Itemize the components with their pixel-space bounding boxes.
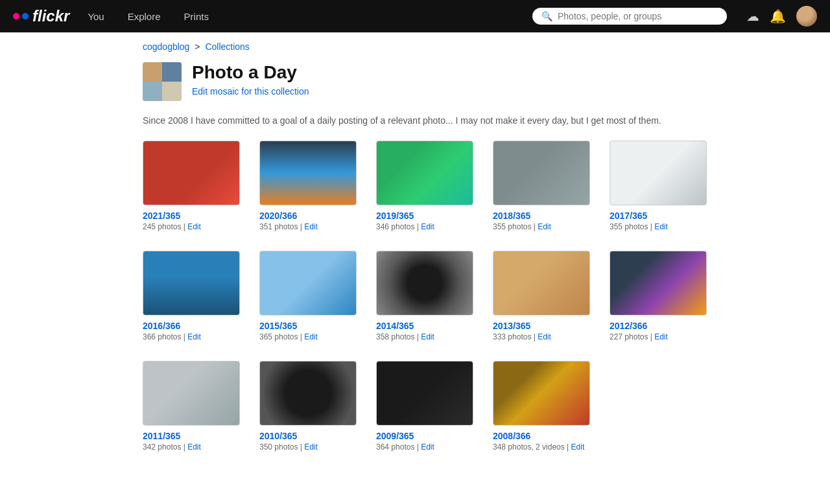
album-title-link[interactable]: 2018/365 (493, 211, 597, 221)
album-meta: 366 photos | Edit (143, 332, 246, 341)
album-edit-link[interactable]: Edit (538, 332, 551, 341)
album-title-link[interactable]: 2017/365 (610, 211, 713, 221)
album-edit-link[interactable]: Edit (571, 442, 585, 452)
album-photo-count: 245 photos (143, 222, 181, 231)
album-photo-count: 227 photos (610, 332, 648, 341)
albums-row-2: 2016/366 366 photos | Edit 2015/365 365 … (143, 251, 817, 341)
list-item: 2014/365 358 photos | Edit (376, 251, 480, 341)
album-thumbnail[interactable] (143, 251, 240, 315)
list-item: 2019/365 346 photos | Edit (376, 141, 480, 231)
album-photo-count: 358 photos (376, 332, 414, 341)
albums-row-3: 2011/365 342 photos | Edit 2010/365 350 … (143, 361, 817, 452)
album-thumbnail[interactable] (143, 361, 240, 426)
album-thumbnail[interactable] (376, 141, 473, 205)
album-thumbnail[interactable] (610, 251, 707, 315)
nav-explore[interactable]: Explore (123, 11, 166, 22)
album-thumbnail[interactable] (376, 251, 473, 315)
album-edit-link[interactable]: Edit (187, 332, 201, 341)
album-edit-link[interactable]: Edit (421, 332, 434, 341)
header-icons: ☁ 🔔 (746, 6, 817, 27)
album-thumbnail[interactable] (493, 141, 590, 205)
breadcrumb-collections-link[interactable]: Collections (205, 41, 249, 52)
site-header: flickr You Explore Prints 🔍 ☁ 🔔 (0, 0, 830, 32)
collection-mosaic-image (143, 62, 182, 101)
album-thumbnail[interactable] (493, 361, 590, 426)
breadcrumb-user-link[interactable]: cogdogblog (143, 41, 189, 52)
list-item: 2020/366 351 photos | Edit (259, 141, 363, 231)
album-edit-link[interactable]: Edit (187, 222, 201, 231)
album-thumbnail[interactable] (259, 251, 357, 315)
list-item: 2008/366 348 photos, 2 videos | Edit (493, 361, 597, 452)
album-meta: 342 photos | Edit (143, 442, 246, 452)
album-thumbnail[interactable] (610, 141, 707, 205)
album-edit-link[interactable]: Edit (187, 442, 201, 452)
album-edit-link[interactable]: Edit (304, 442, 318, 452)
main-content: Photo a Day Edit mosaic for this collect… (0, 62, 830, 477)
album-photo-count: 346 photos (376, 222, 414, 231)
album-meta: 365 photos | Edit (259, 332, 363, 341)
album-edit-link[interactable]: Edit (538, 222, 551, 231)
album-meta: 348 photos, 2 videos | Edit (493, 442, 597, 452)
album-photo-count: 355 photos (493, 222, 531, 231)
logo-dots (13, 13, 29, 19)
logo-dot-blue (22, 13, 29, 19)
edit-mosaic-link[interactable]: Edit mosaic for this collection (192, 86, 309, 97)
breadcrumb-separator: > (195, 41, 200, 52)
album-title-link[interactable]: 2021/365 (143, 211, 246, 221)
album-thumbnail[interactable] (376, 361, 473, 426)
album-meta: 351 photos | Edit (259, 222, 363, 231)
album-meta: 245 photos | Edit (143, 222, 246, 231)
album-edit-link[interactable]: Edit (421, 442, 434, 452)
album-thumbnail[interactable] (259, 141, 357, 205)
list-item: 2017/365 355 photos | Edit (610, 141, 713, 231)
album-thumbnail[interactable] (493, 251, 590, 315)
list-item: 2010/365 350 photos | Edit (259, 361, 363, 452)
collection-info: Photo a Day Edit mosaic for this collect… (192, 62, 309, 97)
avatar-image (796, 6, 817, 27)
album-title-link[interactable]: 2012/366 (610, 321, 713, 331)
nav-prints[interactable]: Prints (179, 11, 214, 22)
album-meta: 355 photos | Edit (610, 222, 713, 231)
logo-link[interactable]: flickr (13, 7, 69, 25)
album-title-link[interactable]: 2009/365 (376, 431, 480, 441)
album-edit-link[interactable]: Edit (654, 222, 668, 231)
album-title-link[interactable]: 2010/365 (259, 431, 363, 441)
album-title-link[interactable]: 2008/366 (493, 431, 597, 441)
album-title-link[interactable]: 2019/365 (376, 211, 480, 221)
list-item: 2009/365 364 photos | Edit (376, 361, 480, 452)
album-edit-link[interactable]: Edit (421, 222, 434, 231)
album-title-link[interactable]: 2016/366 (143, 321, 246, 331)
album-edit-link[interactable]: Edit (304, 222, 318, 231)
album-title-link[interactable]: 2013/365 (493, 321, 597, 331)
album-title-link[interactable]: 2015/365 (259, 321, 363, 331)
album-photo-count: 350 photos (259, 442, 298, 452)
notification-icon[interactable]: 🔔 (770, 8, 786, 24)
album-edit-link[interactable]: Edit (654, 332, 668, 341)
album-photo-count: 342 photos (143, 442, 181, 452)
album-meta: 350 photos | Edit (259, 442, 363, 452)
search-input[interactable] (558, 11, 718, 21)
mosaic-cell-4 (162, 82, 182, 101)
upload-icon[interactable]: ☁ (746, 8, 759, 24)
album-meta: 333 photos | Edit (493, 332, 597, 341)
album-title-link[interactable]: 2020/366 (259, 211, 363, 221)
list-item: 2021/365 245 photos | Edit (143, 141, 246, 231)
album-title-link[interactable]: 2011/365 (143, 431, 246, 441)
album-thumbnail[interactable] (143, 141, 240, 205)
logo-text: flickr (32, 7, 69, 25)
album-photo-count: 348 photos, 2 videos (493, 442, 565, 452)
collection-title: Photo a Day (192, 62, 309, 83)
album-meta: 346 photos | Edit (376, 222, 480, 231)
album-meta: 358 photos | Edit (376, 332, 480, 341)
mosaic-cell-1 (143, 62, 162, 82)
album-title-link[interactable]: 2014/365 (376, 321, 480, 331)
nav-you[interactable]: You (82, 11, 109, 22)
collection-header: Photo a Day Edit mosaic for this collect… (143, 62, 817, 101)
album-meta: 355 photos | Edit (493, 222, 597, 231)
list-item: 2013/365 333 photos | Edit (493, 251, 597, 341)
mosaic-cell-3 (143, 82, 162, 101)
avatar[interactable] (796, 6, 817, 27)
logo-dot-pink (13, 13, 19, 19)
album-thumbnail[interactable] (259, 361, 357, 426)
album-edit-link[interactable]: Edit (304, 332, 318, 341)
